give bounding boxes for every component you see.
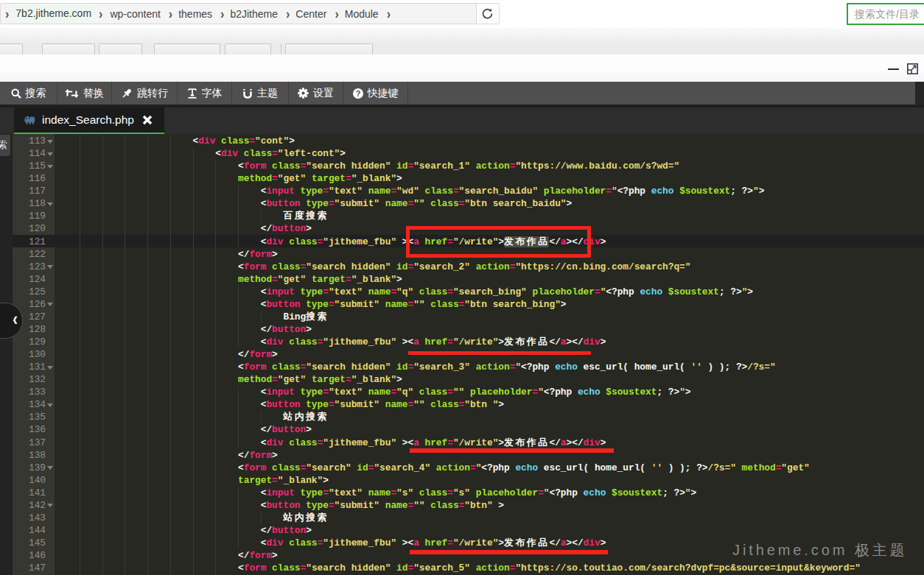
svg-text:?: ? bbox=[355, 88, 360, 97]
